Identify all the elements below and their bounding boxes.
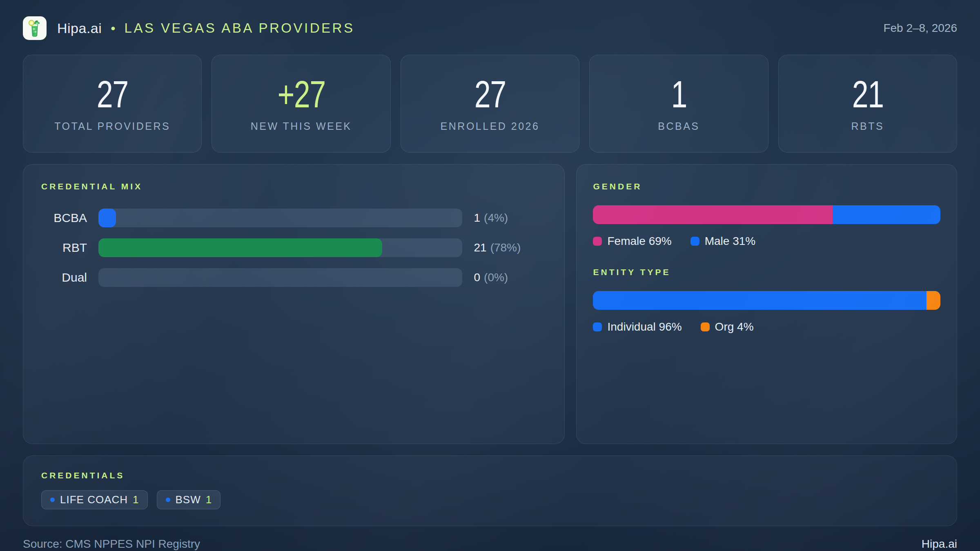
bar-count: 0: [474, 271, 480, 284]
bar-track: [98, 268, 462, 287]
chip-bsw: BSW 1: [157, 490, 221, 509]
bar-fill-rbt: [98, 238, 382, 257]
entity-segment-individual: [593, 291, 926, 310]
page-title: LAS VEGAS ABA PROVIDERS: [125, 20, 355, 36]
legend-label: Org 4%: [715, 320, 754, 333]
bar-row-rbt: RBT 21 (78%): [41, 238, 546, 257]
gender-segment-male: [833, 205, 940, 224]
chip-life-coach: LIFE COACH 1: [41, 490, 148, 509]
female-swatch-icon: [593, 237, 602, 246]
separator-dot: •: [111, 21, 115, 36]
mojito-drink-icon: [23, 16, 47, 40]
chip-count: 1: [206, 493, 212, 506]
bar-count: 21: [474, 241, 486, 254]
header: Hipa.ai • LAS VEGAS ABA PROVIDERS Feb 2–…: [0, 0, 980, 40]
bar-value: 21 (78%): [474, 241, 546, 254]
bar-row-dual: Dual 0 (0%): [41, 268, 546, 287]
bar-percent: (4%): [484, 211, 508, 224]
entity-type-legend: Individual 96% Org 4%: [593, 320, 940, 333]
stat-card-bcbas: 1 BCBAS: [589, 55, 768, 153]
gender-entity-panel: GENDER Female 69% Male 31% ENTITY TYPE I…: [576, 164, 957, 444]
footer: Source: CMS NPPES NPI Registry Hipa.ai: [23, 538, 957, 551]
legend-item-individual: Individual 96%: [593, 320, 682, 333]
org-swatch-icon: [701, 322, 710, 331]
chip-dot-icon: [166, 498, 170, 502]
gender-legend: Female 69% Male 31%: [593, 235, 940, 248]
stat-label: BCBAS: [658, 120, 699, 132]
bar-track: [98, 209, 462, 227]
gender-segment-female: [593, 205, 833, 224]
bar-percent: (78%): [490, 241, 521, 254]
credentials-title: CREDENTIALS: [41, 471, 939, 480]
bar-row-bcba: BCBA 1 (4%): [41, 209, 546, 227]
male-swatch-icon: [690, 237, 699, 246]
legend-label: Female 69%: [607, 235, 671, 248]
stat-card-rbts: 21 RBTS: [778, 55, 957, 153]
bar-fill-bcba: [98, 209, 116, 227]
stat-label: NEW THIS WEEK: [251, 120, 352, 132]
stat-value: 21: [852, 76, 883, 113]
bar-value: 0 (0%): [474, 271, 546, 284]
bar-track: [98, 238, 462, 257]
chip-label: LIFE COACH: [60, 493, 128, 506]
legend-item-female: Female 69%: [593, 235, 671, 248]
bar-value: 1 (4%): [474, 211, 546, 224]
stat-label: RBTS: [851, 120, 884, 132]
footer-brand: Hipa.ai: [922, 538, 957, 551]
stat-value: +27: [277, 76, 325, 113]
main-row: CREDENTIAL MIX BCBA 1 (4%) RBT 21: [23, 164, 957, 444]
footer-source: Source: CMS NPPES NPI Registry: [23, 538, 200, 551]
legend-item-org: Org 4%: [701, 320, 754, 333]
brand-name: Hipa.ai: [57, 20, 102, 36]
stat-value: 1: [671, 76, 686, 113]
legend-item-male: Male 31%: [690, 235, 756, 248]
mojito-glyph: [27, 19, 43, 37]
credential-mix-panel: CREDENTIAL MIX BCBA 1 (4%) RBT 21: [23, 164, 565, 444]
stat-card-enrolled-2026: 27 ENROLLED 2026: [401, 55, 579, 153]
credentials-panel: CREDENTIALS LIFE COACH 1 BSW 1: [23, 455, 957, 526]
stat-card-total-providers: 27 TOTAL PROVIDERS: [23, 55, 202, 153]
stat-label: TOTAL PROVIDERS: [54, 120, 170, 132]
credential-mix-chart: BCBA 1 (4%) RBT 21 (78%): [41, 209, 546, 287]
bar-label: RBT: [41, 241, 87, 255]
gender-stacked-bar: [593, 205, 940, 224]
stat-card-new-this-week: +27 NEW THIS WEEK: [212, 55, 390, 153]
stats-row: 27 TOTAL PROVIDERS +27 NEW THIS WEEK 27 …: [23, 55, 957, 153]
legend-label: Individual 96%: [607, 320, 682, 333]
entity-type-title: ENTITY TYPE: [593, 267, 940, 277]
credentials-chips: LIFE COACH 1 BSW 1: [41, 490, 939, 509]
bar-label: Dual: [41, 271, 87, 284]
gender-title: GENDER: [593, 182, 940, 191]
legend-label: Male 31%: [705, 235, 756, 248]
stat-value: 27: [474, 76, 506, 113]
date-range: Feb 2–8, 2026: [883, 22, 957, 35]
individual-swatch-icon: [593, 322, 602, 331]
bar-percent: (0%): [484, 271, 508, 284]
credential-mix-title: CREDENTIAL MIX: [41, 182, 546, 191]
bar-count: 1: [474, 211, 480, 224]
stat-label: ENROLLED 2026: [441, 120, 540, 132]
bar-label: BCBA: [41, 211, 87, 225]
entity-segment-org: [927, 291, 940, 310]
stat-value: 27: [97, 76, 128, 113]
entity-type-stacked-bar: [593, 291, 940, 310]
chip-count: 1: [133, 493, 138, 506]
chip-label: BSW: [176, 493, 201, 506]
chip-dot-icon: [50, 498, 55, 502]
